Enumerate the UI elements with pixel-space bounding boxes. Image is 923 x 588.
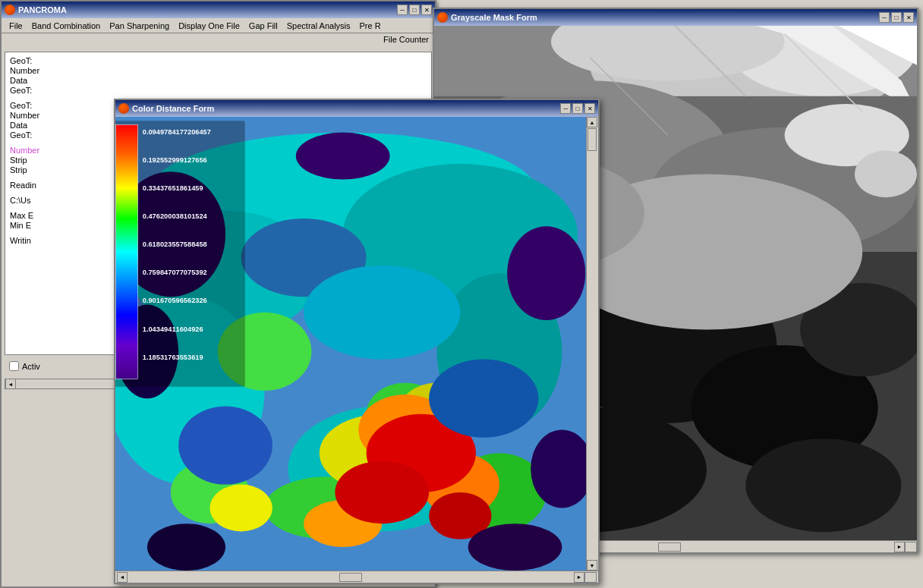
cd-scroll-down[interactable]: ▼	[587, 560, 597, 571]
menu-pan-sharpening[interactable]: Pan Sharpening	[105, 20, 174, 31]
grayscale-window-icon	[437, 12, 448, 23]
svg-text:0.33437651861459: 0.33437651861459	[143, 184, 203, 192]
svg-point-49	[296, 133, 390, 180]
cd-close-button[interactable]: ✕	[584, 103, 595, 114]
info-line-3: Data	[10, 76, 427, 85]
active-label: Activ	[22, 362, 40, 371]
grayscale-minimize-button[interactable]: ─	[879, 12, 890, 23]
menu-band-combination[interactable]: Band Combination	[27, 20, 106, 31]
svg-text:0.192552999127656: 0.192552999127656	[143, 156, 207, 164]
cd-scrollbar-h[interactable]: ◄ ►	[115, 571, 598, 583]
grayscale-hscroll-right[interactable]: ►	[894, 542, 905, 552]
cd-title-bar: Color Distance Form ─ □ ✕	[115, 100, 598, 117]
file-counter-bar: File Counter	[2, 33, 435, 46]
cd-colormap-svg: 0.0949784177206457 0.192552999127656 0.3…	[115, 117, 586, 571]
svg-text:1.18531763553619: 1.18531763553619	[143, 354, 203, 361]
svg-point-50	[468, 524, 562, 571]
svg-point-51	[147, 524, 225, 571]
cd-window-controls: ─ □ ✕	[560, 103, 595, 114]
svg-text:0.901670596562326: 0.901670596562326	[143, 297, 207, 304]
svg-point-20	[855, 151, 917, 198]
grayscale-title-bar: Grayscale Mask Form ─ □ ✕	[434, 9, 917, 26]
svg-point-55	[304, 266, 460, 360]
cd-hscroll-left[interactable]: ◄	[117, 572, 128, 583]
svg-point-46	[507, 226, 585, 320]
info-line-4: GeoT:	[10, 86, 427, 95]
cd-hscroll-thumb[interactable]	[339, 573, 362, 582]
restore-button[interactable]: □	[409, 5, 420, 15]
cd-hscroll-right[interactable]: ►	[574, 572, 584, 583]
svg-point-43	[335, 461, 429, 524]
svg-point-38	[209, 485, 272, 532]
grayscale-window-controls: ─ □ ✕	[879, 12, 914, 23]
svg-point-18	[745, 439, 901, 532]
menu-pre-r[interactable]: Pre R	[355, 20, 386, 31]
info-line-1: GeoT:	[10, 56, 427, 65]
svg-text:1.04349411604926: 1.04349411604926	[143, 325, 203, 333]
grayscale-corner	[905, 542, 917, 552]
active-checkbox[interactable]	[9, 361, 19, 371]
menu-display-one-file[interactable]: Display One File	[174, 20, 244, 31]
cd-map-area: 0.0949784177206457 0.192552999127656 0.3…	[115, 117, 586, 571]
svg-point-53	[429, 360, 538, 438]
svg-text:0.759847077075392: 0.759847077075392	[143, 269, 207, 276]
main-window-title: PANCROMA	[18, 5, 394, 14]
cd-window-title: Color Distance Form	[132, 104, 557, 113]
svg-text:0.618023557588458: 0.618023557588458	[143, 241, 207, 248]
main-window-icon	[5, 5, 15, 15]
main-title-bar: PANCROMA ─ □ ✕	[2, 2, 435, 18]
cd-minimize-button[interactable]: ─	[560, 103, 571, 114]
cd-content-area: 0.0949784177206457 0.192552999127656 0.3…	[115, 117, 598, 571]
cd-scroll-track	[587, 127, 598, 560]
svg-text:0.476200038101524: 0.476200038101524	[143, 212, 208, 220]
info-line-2: Number	[10, 66, 427, 75]
svg-text:0.0949784177206457: 0.0949784177206457	[143, 128, 211, 136]
main-window-controls: ─ □ ✕	[397, 5, 432, 15]
file-counter-label: File Counter	[383, 35, 429, 44]
svg-point-54	[178, 406, 272, 484]
cd-scroll-up[interactable]: ▲	[587, 117, 597, 127]
grayscale-hscroll-thumb[interactable]	[658, 542, 681, 552]
cd-restore-button[interactable]: □	[572, 103, 583, 114]
cd-corner-btn	[584, 572, 597, 583]
svg-rect-57	[116, 124, 138, 379]
menu-spectral-analysis[interactable]: Spectral Analysis	[282, 20, 355, 31]
cd-scroll-grip[interactable]	[588, 128, 597, 151]
close-button[interactable]: ✕	[421, 5, 432, 15]
grayscale-restore-button[interactable]: □	[891, 12, 902, 23]
menu-file[interactable]: File	[5, 20, 27, 31]
scroll-left-btn[interactable]: ◄	[5, 379, 16, 389]
grayscale-window-title: Grayscale Mask Form	[451, 13, 876, 22]
grayscale-close-button[interactable]: ✕	[903, 12, 914, 23]
menu-gap-fill[interactable]: Gap Fill	[244, 20, 282, 31]
menu-bar: File Band Combination Pan Sharpening Dis…	[2, 18, 435, 33]
color-distance-window: Color Distance Form ─ □ ✕	[114, 99, 600, 584]
cd-scrollbar-v[interactable]: ▲ ▼	[586, 117, 598, 571]
cd-window-icon	[118, 103, 129, 114]
minimize-button[interactable]: ─	[397, 5, 408, 15]
